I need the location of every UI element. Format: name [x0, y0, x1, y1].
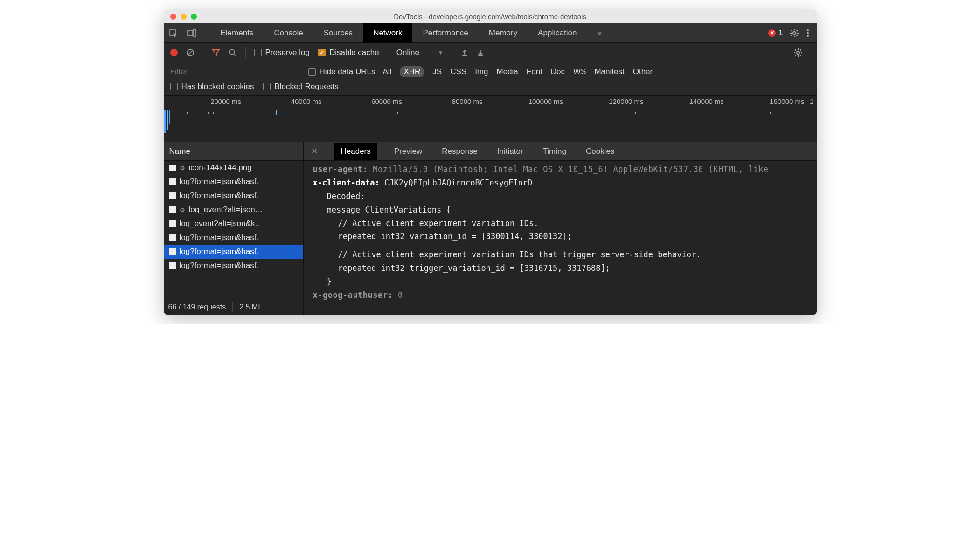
network-settings-icon[interactable]: [793, 48, 803, 57]
error-badge[interactable]: ✕ 1: [768, 28, 783, 38]
gear-icon: ⚙: [180, 206, 185, 213]
request-row[interactable]: log?format=json&hasf.: [164, 189, 303, 203]
type-media[interactable]: Media: [496, 67, 518, 76]
tick: 120000 ms: [566, 97, 646, 105]
request-name: log?format=json&hasf.: [180, 233, 259, 242]
header-key: x-client-data:: [313, 178, 380, 187]
request-row[interactable]: log?format=json&hasf.: [164, 175, 303, 189]
timeline-ticks: 20000 ms 40000 ms 60000 ms 80000 ms 1000…: [164, 97, 817, 105]
request-row[interactable]: ⚙log_event?alt=json…: [164, 203, 303, 217]
request-row[interactable]: log?format=json&hasf.: [164, 259, 303, 273]
device-toggle-icon[interactable]: [182, 29, 201, 37]
more-icon[interactable]: [806, 28, 809, 38]
svg-point-4: [807, 29, 809, 31]
checkbox-box: [170, 83, 178, 90]
header-key: user-agent:: [313, 165, 368, 174]
type-xhr[interactable]: XHR: [400, 66, 424, 77]
detail-tab-response[interactable]: Response: [439, 143, 480, 160]
tab-application[interactable]: Application: [528, 23, 587, 43]
request-detail-panel: ✕ Headers Preview Response Initiator Tim…: [304, 142, 817, 315]
code-line: repeated int32 trigger_variation_id = [3…: [313, 261, 817, 275]
request-list-header[interactable]: Name: [164, 142, 303, 161]
tick: 140000 ms: [646, 97, 727, 105]
blocked-cookies-label: Has blocked cookies: [181, 82, 254, 91]
network-toolbar: Preserve log Disable cache Online ▼: [164, 43, 817, 62]
gear-icon: ⚙: [180, 165, 185, 172]
tick: 80000 ms: [405, 97, 486, 105]
preserve-log-checkbox[interactable]: Preserve log: [254, 48, 310, 57]
detail-tab-preview[interactable]: Preview: [391, 143, 425, 160]
request-row[interactable]: log?format=json&hasf.: [164, 231, 303, 245]
record-button[interactable]: [170, 49, 178, 56]
type-img[interactable]: Img: [475, 67, 488, 76]
detail-tab-timing[interactable]: Timing: [540, 143, 569, 160]
type-js[interactable]: JS: [432, 67, 442, 76]
request-name: log?format=json&hasf.: [180, 191, 259, 200]
clear-icon[interactable]: [186, 48, 195, 57]
svg-point-5: [807, 32, 809, 34]
status-size: 2.5 MI: [239, 303, 260, 311]
request-row[interactable]: ⚙icon-144x144.png: [164, 161, 303, 175]
checkbox-box: [254, 49, 262, 56]
disable-cache-label: Disable cache: [329, 48, 379, 57]
download-icon[interactable]: [477, 49, 484, 56]
type-manifest[interactable]: Manifest: [594, 67, 624, 76]
tab-memory[interactable]: Memory: [479, 23, 528, 43]
devtools-body: Elements Console Sources Network Perform…: [164, 23, 817, 315]
file-icon: [169, 248, 176, 255]
detail-tab-headers[interactable]: Headers: [334, 143, 377, 160]
request-row[interactable]: log?format=json&hasf.: [164, 245, 303, 259]
request-list: ⚙icon-144x144.png log?format=json&hasf. …: [164, 161, 303, 299]
tab-performance[interactable]: Performance: [412, 23, 478, 43]
code-line: // Active client experiment variation ID…: [313, 217, 817, 230]
tab-sources[interactable]: Sources: [313, 23, 363, 43]
filter-input[interactable]: [170, 67, 301, 76]
throttle-value: Online: [396, 48, 419, 57]
blocked-cookies-checkbox[interactable]: Has blocked cookies: [170, 82, 254, 91]
detail-tab-initiator[interactable]: Initiator: [494, 143, 526, 160]
file-icon: [169, 178, 176, 185]
file-icon: [169, 234, 176, 241]
request-name: icon-144x144.png: [189, 163, 252, 172]
search-icon[interactable]: [229, 48, 237, 57]
detail-tab-cookies[interactable]: Cookies: [583, 143, 617, 160]
throttle-select[interactable]: Online ▼: [396, 48, 444, 57]
tabs-overflow[interactable]: »: [587, 23, 612, 43]
filter-icon[interactable]: [212, 48, 220, 57]
disable-cache-checkbox[interactable]: Disable cache: [318, 48, 379, 57]
titlebar: DevTools - developers.google.com/web/too…: [164, 9, 817, 23]
hide-data-urls-checkbox[interactable]: Hide data URLs: [308, 67, 375, 76]
svg-rect-2: [193, 29, 196, 36]
request-name: log?format=json&hasf.: [180, 247, 259, 256]
headers-content[interactable]: user-agent: Mozilla/5.0 (Macintosh; Inte…: [304, 161, 817, 315]
type-ws[interactable]: WS: [573, 67, 586, 76]
inspect-icon[interactable]: [164, 29, 182, 37]
tick: 160000 ms: [727, 97, 807, 105]
file-icon: [169, 192, 176, 199]
type-all[interactable]: All: [383, 67, 392, 76]
request-row[interactable]: log_event?alt=json&k..: [164, 217, 303, 231]
hide-data-urls-label: Hide data URLs: [320, 67, 375, 76]
tab-elements[interactable]: Elements: [210, 23, 264, 43]
upload-icon[interactable]: [461, 49, 468, 56]
header-value: 0: [398, 290, 403, 300]
code-line: message ClientVariations {: [313, 203, 817, 217]
svg-point-6: [807, 35, 809, 37]
tab-console[interactable]: Console: [264, 23, 313, 43]
detail-tabs: ✕ Headers Preview Response Initiator Tim…: [304, 142, 817, 161]
type-other[interactable]: Other: [633, 67, 653, 76]
tab-network[interactable]: Network: [363, 23, 412, 43]
window-title: DevTools - developers.google.com/web/too…: [164, 13, 817, 21]
file-icon: [169, 220, 176, 227]
request-list-panel: Name ⚙icon-144x144.png log?format=json&h…: [164, 142, 304, 315]
type-font[interactable]: Font: [527, 67, 542, 76]
type-css[interactable]: CSS: [450, 67, 466, 76]
checkbox-box: [308, 68, 316, 76]
timeline[interactable]: 20000 ms 40000 ms 60000 ms 80000 ms 1000…: [164, 96, 817, 142]
settings-icon[interactable]: [790, 28, 799, 38]
code-line: }: [313, 275, 817, 288]
blocked-requests-checkbox[interactable]: Blocked Requests: [263, 82, 338, 91]
header-key: x-goog-authuser:: [313, 290, 393, 300]
type-doc[interactable]: Doc: [551, 67, 565, 76]
close-icon[interactable]: ✕: [311, 146, 318, 156]
